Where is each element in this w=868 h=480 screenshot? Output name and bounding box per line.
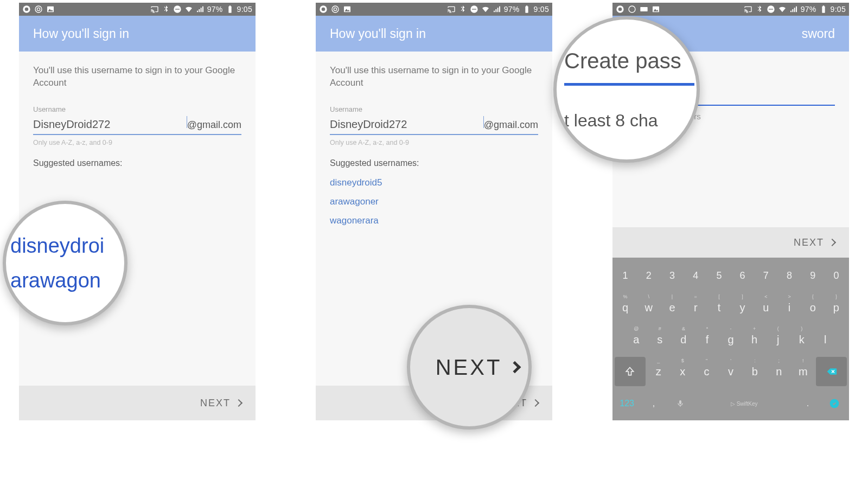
- battery-percent: 97%: [801, 5, 816, 14]
- status-bar: 97% 9:05: [612, 3, 849, 16]
- svg-point-3: [37, 8, 40, 10]
- key-4[interactable]: 4: [685, 261, 706, 290]
- clock: 9:05: [534, 5, 549, 14]
- image-icon: [343, 5, 352, 14]
- bottom-bar: NEXT: [19, 386, 256, 420]
- circle-icon: [34, 5, 43, 14]
- svg-point-1: [25, 8, 29, 11]
- svg-rect-28: [822, 7, 825, 13]
- username-field[interactable]: DisneyDroid272 @gmail.com: [330, 116, 538, 135]
- svg-rect-17: [472, 9, 476, 9]
- keyboard-row-2: @a #s &d *f -g +h (j )k l: [615, 325, 847, 354]
- key-backspace[interactable]: [816, 357, 847, 386]
- key-b[interactable]: :b: [744, 357, 765, 386]
- key-s[interactable]: #s: [649, 325, 671, 354]
- keyboard-icon: [640, 5, 648, 14]
- page-title: How you'll sign in: [33, 27, 129, 41]
- key-a[interactable]: @a: [626, 325, 647, 354]
- key-period[interactable]: .: [795, 389, 820, 418]
- svg-rect-23: [640, 7, 647, 11]
- page-title: sword: [802, 27, 835, 41]
- key-n[interactable]: ;n: [768, 357, 790, 386]
- music-icon: [22, 5, 31, 14]
- username-field[interactable]: DisneyDroid272 @gmail.com: [33, 116, 241, 135]
- username-input[interactable]: DisneyDroid272: [33, 117, 186, 132]
- key-0[interactable]: 0: [826, 261, 847, 290]
- next-label: NEXT: [794, 237, 824, 248]
- key-mic[interactable]: [668, 389, 693, 418]
- next-button[interactable]: NEXT: [794, 237, 835, 248]
- key-6[interactable]: 6: [732, 261, 753, 290]
- username-label: Username: [330, 105, 538, 114]
- key-8[interactable]: 8: [778, 261, 800, 290]
- svg-point-11: [322, 8, 326, 11]
- key-l[interactable]: l: [815, 325, 837, 354]
- key-spacebar[interactable]: ▷ SwiftKey: [695, 389, 793, 418]
- key-e[interactable]: |e: [661, 293, 682, 322]
- key-shift[interactable]: [615, 357, 646, 386]
- magnifier-suggestions: disneydroi arawagon: [3, 201, 127, 325]
- key-g[interactable]: -g: [720, 325, 742, 354]
- key-7[interactable]: 7: [755, 261, 776, 290]
- bottom-bar: NEXT: [612, 227, 849, 258]
- on-screen-keyboard: 1 2 3 4 5 6 7 8 9 0 %q \w |e =r [t ]y <u…: [612, 258, 849, 420]
- description: You'll use this username to sign in to y…: [330, 65, 538, 89]
- chevron-right-icon: [532, 399, 539, 407]
- key-3[interactable]: 3: [661, 261, 682, 290]
- cast-icon: [150, 5, 159, 14]
- suggested-username[interactable]: wagonerara: [330, 215, 538, 227]
- key-o[interactable]: {o: [802, 293, 824, 322]
- clock: 9:05: [237, 5, 252, 14]
- suggested-username[interactable]: arawagoner: [330, 196, 538, 208]
- svg-rect-29: [822, 5, 824, 7]
- key-z[interactable]: _z: [648, 357, 669, 386]
- key-u[interactable]: <u: [755, 293, 776, 322]
- key-5[interactable]: 5: [709, 261, 730, 290]
- key-r[interactable]: =r: [685, 293, 706, 322]
- key-i[interactable]: >i: [778, 293, 800, 322]
- key-enter[interactable]: [822, 389, 847, 418]
- key-h[interactable]: +h: [744, 325, 765, 354]
- dnd-icon: [767, 5, 775, 14]
- username-input[interactable]: DisneyDroid272: [330, 117, 483, 132]
- wifi-icon: [481, 5, 490, 14]
- next-label: NEXT: [200, 398, 231, 409]
- svg-point-22: [629, 6, 635, 12]
- key-f[interactable]: *f: [697, 325, 718, 354]
- signal-icon: [196, 5, 205, 14]
- magnified-next-label: NEXT: [436, 355, 502, 380]
- email-suffix: @gmail.com: [484, 118, 538, 131]
- key-2[interactable]: 2: [638, 261, 659, 290]
- key-comma[interactable]: ,: [641, 389, 666, 418]
- key-w[interactable]: \w: [638, 293, 659, 322]
- description: You'll use this username to sign in to y…: [33, 65, 241, 89]
- key-c[interactable]: "c: [695, 357, 717, 386]
- status-bar: 97% 9:05: [19, 3, 256, 16]
- key-v[interactable]: 'v: [720, 357, 742, 386]
- email-suffix: @gmail.com: [187, 118, 241, 131]
- suggested-username[interactable]: disneydroid5: [330, 177, 538, 189]
- music-icon: [616, 5, 624, 14]
- key-symbols[interactable]: 123: [615, 389, 639, 418]
- circle-icon: [331, 5, 340, 14]
- magnifier-next: NEXT: [407, 305, 532, 430]
- chevron-right-icon: [828, 239, 836, 246]
- key-t[interactable]: [t: [709, 293, 730, 322]
- chevron-right-icon: [509, 361, 521, 374]
- chevron-right-icon: [235, 399, 242, 407]
- key-q[interactable]: %q: [615, 293, 636, 322]
- key-9[interactable]: 9: [802, 261, 824, 290]
- key-d[interactable]: &d: [673, 325, 694, 354]
- key-p[interactable]: }p: [826, 293, 847, 322]
- suggested-usernames-list: disneydroid5 arawagoner wagonerara: [330, 177, 538, 227]
- key-k[interactable]: )k: [791, 325, 813, 354]
- key-y[interactable]: ]y: [732, 293, 753, 322]
- keyboard-row-1: %q \w |e =r [t ]y <u >i {o }p: [615, 293, 847, 322]
- key-j[interactable]: (j: [767, 325, 789, 354]
- next-button[interactable]: NEXT: [200, 398, 241, 409]
- signal-icon: [493, 5, 501, 14]
- key-1[interactable]: 1: [615, 261, 636, 290]
- key-x[interactable]: $x: [672, 357, 693, 386]
- key-m[interactable]: !m: [792, 357, 814, 386]
- keyboard-row-3: _z $x "c 'v :b ;n !m: [615, 357, 847, 386]
